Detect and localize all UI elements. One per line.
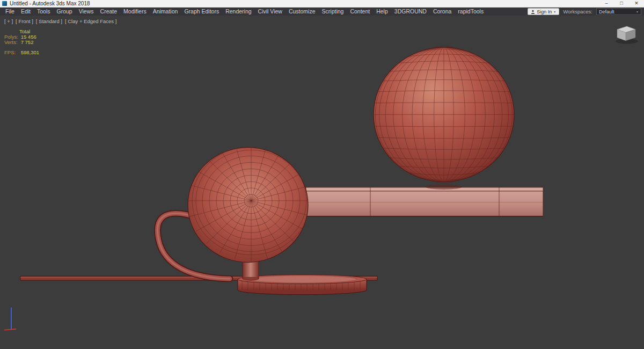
menu-corona[interactable]: Corona (430, 8, 455, 16)
viewport-canvas[interactable] (0, 16, 644, 349)
menu-rendering[interactable]: Rendering (222, 8, 254, 16)
workspaces-label: Workspaces: (563, 9, 592, 14)
menu-content[interactable]: Content (347, 8, 373, 16)
sphere-contact-shadow (426, 184, 462, 190)
minimize-button[interactable]: – (599, 0, 614, 7)
stats-verts-value: 7 752 (21, 39, 34, 45)
axis-gizmo (4, 308, 16, 330)
user-icon (531, 10, 535, 14)
menu-file[interactable]: File (2, 8, 18, 16)
menu-bar: File Edit Tools Group Views Create Modif… (0, 8, 644, 16)
window-title: Untitled - Autodesk 3ds Max 2018 (10, 1, 90, 6)
viewport-label: [ + ] [ Front ] [ Standard ] [ Clay + Ed… (4, 18, 116, 24)
menu-tools[interactable]: Tools (34, 8, 54, 16)
menu-group[interactable]: Group (54, 8, 76, 16)
menu-views[interactable]: Views (76, 8, 97, 16)
viewport-statistics: Total Polys: 15 456 Verts: 7 752 FPS: 59… (4, 29, 39, 55)
viewport-renderer-menu[interactable]: [ Standard ] (36, 18, 62, 24)
stats-verts-row: Verts: 7 752 (4, 40, 39, 45)
title-bar: Untitled - Autodesk 3ds Max 2018 – □ ✕ (0, 0, 644, 8)
menu-rapidtools[interactable]: rapidTools (455, 8, 487, 16)
viewcube[interactable] (616, 26, 638, 43)
sign-in-label: Sign In (537, 9, 552, 14)
model-sphere-large[interactable] (374, 46, 514, 183)
menu-bar-right: Sign In ▼ Workspaces: Default ▼ (528, 8, 644, 15)
menu-create[interactable]: Create (97, 8, 121, 16)
workspace-dropdown[interactable]: Default ▼ (596, 8, 641, 15)
app-icon (2, 1, 7, 6)
workspace-dropdown-icon: ▼ (636, 10, 639, 13)
stats-fps-label: FPS: (4, 50, 19, 55)
menu-civil-view[interactable]: Civil View (255, 8, 286, 16)
window-controls: – □ ✕ (599, 0, 644, 7)
sign-in-button[interactable]: Sign In ▼ (528, 8, 559, 15)
menu-help[interactable]: Help (373, 8, 391, 16)
viewport[interactable]: [ + ] [ Front ] [ Standard ] [ Clay + Ed… (0, 16, 644, 349)
viewport-general-menu[interactable]: [ + ] (4, 18, 13, 24)
stats-verts-label: Verts: (4, 40, 19, 45)
maximize-button[interactable]: □ (614, 0, 629, 7)
stats-fps-row: FPS: 598,301 (4, 50, 39, 55)
menu-scripting[interactable]: Scripting (319, 8, 347, 16)
menu-animation[interactable]: Animation (150, 8, 181, 16)
model-sphere-small[interactable] (188, 140, 314, 262)
menu-customize[interactable]: Customize (286, 8, 319, 16)
menu-edit[interactable]: Edit (18, 8, 34, 16)
menu-modifiers[interactable]: Modifiers (120, 8, 150, 16)
workspace-value: Default (599, 9, 614, 14)
viewport-pov-menu[interactable]: [ Front ] (16, 18, 33, 24)
menu-graph-editors[interactable]: Graph Editors (181, 8, 222, 16)
stats-fps-value: 598,301 (21, 49, 39, 55)
menu-3dground[interactable]: 3DGROUND (391, 8, 430, 16)
sign-in-dropdown-icon: ▼ (553, 10, 556, 13)
model-bar[interactable] (306, 187, 543, 216)
viewport-shading-menu[interactable]: [ Clay + Edged Faces ] (65, 18, 116, 24)
close-button[interactable]: ✕ (629, 0, 644, 7)
